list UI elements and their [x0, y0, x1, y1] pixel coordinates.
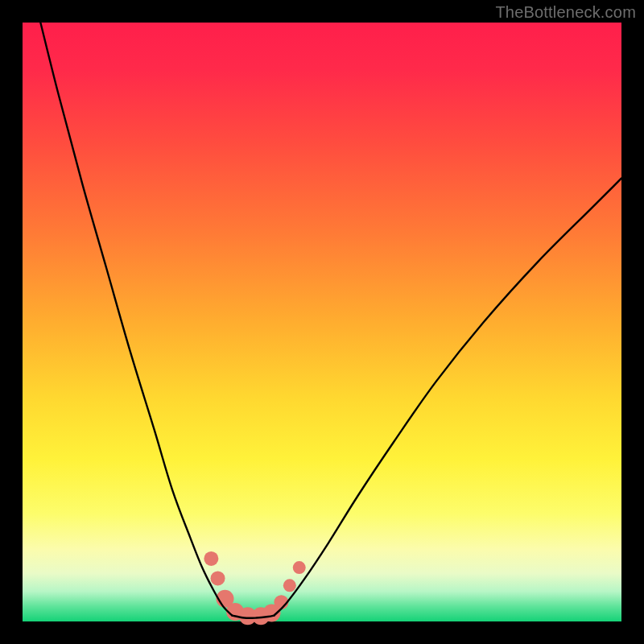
chart-svg	[23, 23, 621, 621]
curve-right-branch	[274, 178, 621, 615]
highlight-dot	[204, 551, 218, 566]
highlight-dot	[211, 571, 225, 585]
plot-area	[23, 23, 621, 621]
line-layer	[40, 23, 621, 618]
watermark-text: TheBottleneck.com	[495, 3, 636, 22]
highlight-dot	[293, 561, 306, 574]
highlight-dot	[283, 579, 296, 592]
curve-left-branch	[40, 23, 232, 616]
chart-frame: TheBottleneck.com	[0, 0, 644, 644]
marker-layer	[204, 551, 305, 625]
